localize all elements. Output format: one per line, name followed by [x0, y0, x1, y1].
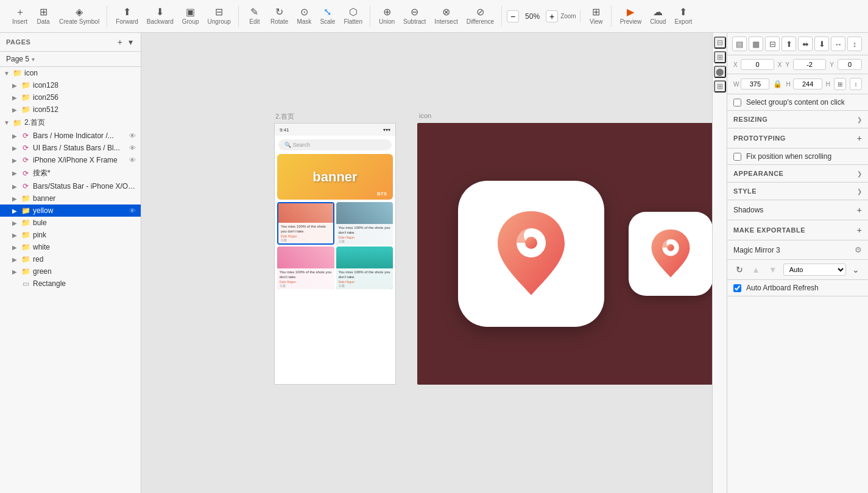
ungroup-button[interactable]: ⊟ Ungroup — [204, 5, 235, 27]
scale-button[interactable]: ⤡ Scale — [316, 5, 339, 27]
zoom-in-button[interactable]: + — [546, 10, 558, 23]
export-button[interactable]: ⬆ Export — [671, 5, 696, 27]
tree-arrow-green[interactable]: ▶ — [12, 268, 21, 275]
tree-item-ui-bars[interactable]: ▶ ⟳ UI Bars / Status Bars / Bl... 👁 — [0, 142, 141, 154]
fix-position-checkbox[interactable] — [733, 153, 741, 161]
tree-item-shouye[interactable]: ▼ 📁 2.首页 — [0, 116, 141, 130]
tree-arrow-icon256[interactable]: ▶ — [12, 94, 21, 101]
flip-btn-extra[interactable]: ↕ — [850, 78, 862, 90]
resizing-section[interactable]: RESIZING ❯ — [727, 111, 868, 128]
flatten-button[interactable]: ⬡ Flatten — [340, 5, 366, 27]
tree-arrow-white[interactable]: ▶ — [12, 244, 21, 251]
subtract-button[interactable]: ⊖ Subtract — [400, 5, 429, 27]
canvas-content[interactable]: 2.首页 9:41 ▾▾▾ 🔍 Search banner BTS — [141, 33, 712, 493]
union-button[interactable]: ⊕ Union — [375, 5, 398, 27]
prototyping-section[interactable]: PROTOTYPING + — [727, 128, 868, 149]
tree-item-rectangle[interactable]: ▶ ▭ Rectangle — [0, 278, 141, 290]
side-grid-icon[interactable]: ⊞ — [714, 80, 726, 93]
forward-button[interactable]: ⬆ Forward — [112, 5, 142, 27]
view-button[interactable]: ⊞ View — [585, 5, 607, 27]
tree-item-search[interactable]: ▶ ⟳ 搜索* — [0, 166, 141, 180]
align-btn-extra[interactable]: ⊞ — [834, 78, 846, 90]
tree-item-red[interactable]: ▶ 📁 red — [0, 253, 141, 265]
side-color-icon[interactable]: ⬤ — [714, 66, 726, 78]
canvas-area[interactable]: 2.首页 9:41 ▾▾▾ 🔍 Search banner BTS — [141, 33, 712, 493]
tree-arrow-icon128[interactable]: ▶ — [12, 82, 21, 89]
flip-h-button[interactable]: ↕ — [847, 37, 862, 51]
intersect-button[interactable]: ⊗ Intersect — [431, 5, 461, 27]
rotate-button[interactable]: ↻ Rotate — [267, 5, 292, 27]
align-mid-button[interactable]: ⬌ — [798, 37, 813, 51]
tree-arrow-icon[interactable]: ▼ — [4, 70, 12, 77]
mm-refresh-button[interactable]: ↻ — [733, 264, 746, 276]
appearance-section[interactable]: APPEARANCE ❯ — [727, 165, 868, 183]
make-exportable-plus[interactable]: + — [857, 225, 862, 235]
tree-arrow-bars-home[interactable]: ▶ — [12, 133, 21, 139]
y-input[interactable] — [793, 59, 827, 70]
tree-item-green[interactable]: ▶ 📁 green — [0, 265, 141, 278]
tree-item-pink[interactable]: ▶ 📁 pink — [0, 229, 141, 241]
shadows-section[interactable]: Shadows + — [727, 200, 868, 220]
add-page-button[interactable]: + — [116, 37, 124, 47]
tree-item-bars-status[interactable]: ▶ ⟳ Bars/Status Bar - iPhone X/On... — [0, 180, 141, 192]
tree-item-yellow[interactable]: ▶ 📁 yellow 👁 — [0, 205, 141, 217]
tree-arrow-pink[interactable]: ▶ — [12, 232, 21, 239]
mm-chevron-button[interactable]: ⌄ — [850, 264, 862, 276]
tree-item-bars-home[interactable]: ▶ ⟳ Bars / Home Indicator /... 👁 — [0, 130, 141, 142]
tree-arrow-banner[interactable]: ▶ — [12, 195, 21, 202]
tree-arrow-red[interactable]: ▶ — [12, 256, 21, 263]
mask-button[interactable]: ⊙ Mask — [293, 5, 315, 27]
tree-arrow-icon512[interactable]: ▶ — [12, 107, 21, 113]
tree-arrow-search[interactable]: ▶ — [12, 170, 21, 177]
auto-refresh-label[interactable]: Auto Artboard Refresh — [746, 284, 819, 292]
tree-item-bule[interactable]: ▶ 📁 bule — [0, 217, 141, 229]
tree-arrow-shouye[interactable]: ▼ — [4, 119, 12, 126]
select-group-label[interactable]: Select group's content on click — [746, 98, 845, 107]
artboard-icon[interactable] — [417, 123, 712, 385]
difference-button[interactable]: ⊘ Difference — [463, 5, 498, 27]
create-symbol-button[interactable]: ◈ Create Symbol — [55, 5, 103, 27]
shadows-plus[interactable]: + — [857, 205, 862, 215]
align-top-button[interactable]: ⬆ — [782, 37, 796, 51]
edit-button[interactable]: ✎ Edit — [244, 5, 266, 27]
select-group-checkbox[interactable] — [733, 99, 741, 107]
tree-arrow-bule[interactable]: ▶ — [12, 220, 21, 226]
tree-item-banner[interactable]: ▶ 📁 banner — [0, 192, 141, 205]
cloud-button[interactable]: ☁ Cloud — [646, 5, 669, 27]
mm-auto-select[interactable]: Auto — [783, 264, 846, 276]
tree-item-white[interactable]: ▶ 📁 white — [0, 241, 141, 253]
tree-item-icon-root[interactable]: ▼ 📁 icon — [0, 67, 141, 79]
align-bottom-button[interactable]: ⬇ — [814, 37, 829, 51]
tree-arrow-ui-bars[interactable]: ▶ — [12, 145, 21, 152]
extra-input[interactable] — [838, 59, 862, 70]
data-button[interactable]: ⊞ Data — [32, 5, 54, 27]
h-input[interactable] — [793, 79, 822, 89]
tree-item-icon256[interactable]: ▶ 📁 icon256 — [0, 91, 141, 103]
auto-refresh-checkbox[interactable] — [733, 284, 741, 292]
text-align-left-button[interactable]: ▤ — [732, 37, 747, 51]
group-button[interactable]: ▣ Group — [178, 5, 203, 27]
tree-arrow-iphone-x[interactable]: ▶ — [12, 157, 21, 164]
artboard-phone[interactable]: 9:41 ▾▾▾ 🔍 Search banner BTS You miss 10… — [274, 123, 396, 385]
more-align-button[interactable]: ↔ — [831, 37, 845, 51]
tree-arrow-bars-status[interactable]: ▶ — [12, 183, 21, 190]
make-exportable-section[interactable]: MAKE EXPORTABLE + — [727, 220, 868, 240]
side-align-center-icon[interactable]: ⊞ — [714, 51, 726, 63]
side-align-left-icon[interactable]: ⊟ — [714, 37, 726, 49]
pages-menu-button[interactable]: ▾ — [127, 37, 135, 47]
w-input[interactable] — [741, 79, 769, 89]
text-align-center-button[interactable]: ▦ — [749, 37, 763, 51]
page-selector[interactable]: Page 5 ▾ — [0, 52, 141, 67]
preview-button[interactable]: ▶ Preview — [616, 5, 646, 27]
backward-button[interactable]: ⬇ Backward — [143, 5, 177, 27]
tree-item-icon512[interactable]: ▶ 📁 icon512 — [0, 103, 141, 116]
fix-position-label[interactable]: Fix position when scrolling — [746, 152, 831, 161]
tree-item-iphone-x-frame[interactable]: ▶ ⟳ iPhone X/iPhone X Frame 👁 — [0, 154, 141, 166]
zoom-out-button[interactable]: − — [507, 10, 519, 23]
insert-button[interactable]: ＋ Insert — [9, 5, 31, 27]
style-section[interactable]: STYLE ❯ — [727, 183, 868, 200]
magic-mirror-gear-button[interactable]: ⚙ — [855, 245, 862, 254]
x-input[interactable] — [741, 59, 774, 70]
text-dist-button[interactable]: ⊟ — [765, 37, 780, 51]
tree-arrow-yellow[interactable]: ▶ — [12, 208, 21, 214]
